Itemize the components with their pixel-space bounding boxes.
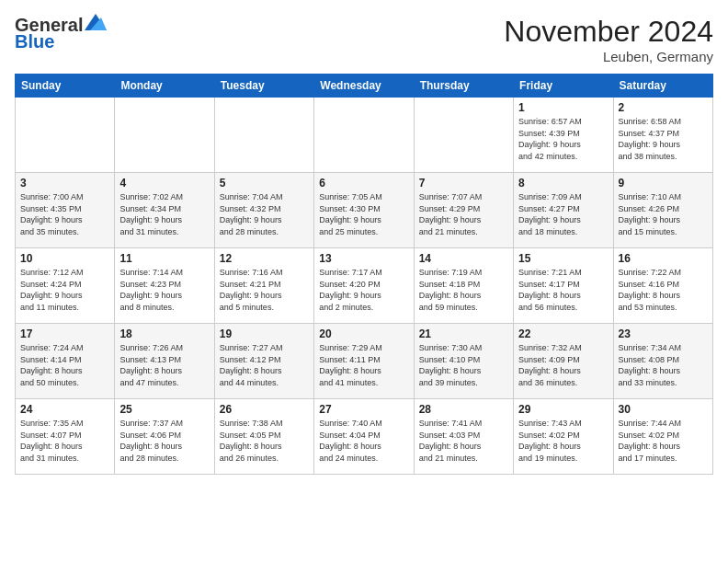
day-info: Sunrise: 7:24 AM Sunset: 4:14 PM Dayligh… [20,342,109,388]
day-info: Sunrise: 7:07 AM Sunset: 4:29 PM Dayligh… [419,191,508,237]
day-number: 22 [518,327,608,340]
day-number: 6 [319,177,408,190]
calendar-cell: 27Sunrise: 7:40 AM Sunset: 4:04 PM Dayli… [314,399,414,475]
day-info: Sunrise: 7:10 AM Sunset: 4:26 PM Dayligh… [619,191,708,237]
day-header-monday: Monday [115,75,214,98]
day-info: Sunrise: 7:30 AM Sunset: 4:10 PM Dayligh… [419,342,508,388]
day-number: 24 [20,403,109,416]
day-number: 18 [119,327,209,340]
day-info: Sunrise: 7:00 AM Sunset: 4:35 PM Dayligh… [20,191,109,237]
calendar-cell [414,98,513,173]
day-info: Sunrise: 6:57 AM Sunset: 4:39 PM Dayligh… [518,116,608,162]
day-number: 3 [20,177,109,190]
calendar-cell: 21Sunrise: 7:30 AM Sunset: 4:10 PM Dayli… [414,324,513,399]
day-number: 2 [619,101,708,114]
day-info: Sunrise: 7:35 AM Sunset: 4:07 PM Dayligh… [20,418,109,464]
day-number: 10 [20,252,109,265]
day-number: 23 [619,327,708,340]
day-info: Sunrise: 7:22 AM Sunset: 4:16 PM Dayligh… [619,267,708,313]
day-info: Sunrise: 7:05 AM Sunset: 4:30 PM Dayligh… [319,191,408,237]
day-header-thursday: Thursday [414,75,513,98]
calendar-cell [214,98,313,173]
calendar-cell: 9Sunrise: 7:10 AM Sunset: 4:26 PM Daylig… [613,173,712,248]
day-info: Sunrise: 7:14 AM Sunset: 4:23 PM Dayligh… [119,267,209,313]
day-info: Sunrise: 6:58 AM Sunset: 4:37 PM Dayligh… [619,116,708,162]
calendar-cell: 2Sunrise: 6:58 AM Sunset: 4:37 PM Daylig… [613,98,712,173]
day-info: Sunrise: 7:27 AM Sunset: 4:12 PM Dayligh… [220,342,309,388]
title-section: November 2024 Leuben, Germany [504,15,713,64]
day-header-tuesday: Tuesday [214,75,313,98]
calendar-cell: 1Sunrise: 6:57 AM Sunset: 4:39 PM Daylig… [514,98,613,173]
week-row-0: 1Sunrise: 6:57 AM Sunset: 4:39 PM Daylig… [16,98,713,173]
calendar-cell: 7Sunrise: 7:07 AM Sunset: 4:29 PM Daylig… [414,173,513,248]
day-number: 28 [419,403,508,416]
day-info: Sunrise: 7:43 AM Sunset: 4:02 PM Dayligh… [518,418,608,464]
calendar-cell: 22Sunrise: 7:32 AM Sunset: 4:09 PM Dayli… [514,324,613,399]
day-number: 9 [619,177,708,190]
day-number: 11 [119,252,209,265]
calendar-cell: 8Sunrise: 7:09 AM Sunset: 4:27 PM Daylig… [514,173,613,248]
calendar-cell: 24Sunrise: 7:35 AM Sunset: 4:07 PM Dayli… [16,399,115,475]
day-number: 8 [518,177,608,190]
day-number: 30 [619,403,708,416]
day-info: Sunrise: 7:26 AM Sunset: 4:13 PM Dayligh… [119,342,209,388]
calendar-cell: 26Sunrise: 7:38 AM Sunset: 4:05 PM Dayli… [214,399,313,475]
calendar-cell: 13Sunrise: 7:17 AM Sunset: 4:20 PM Dayli… [314,248,414,324]
day-number: 4 [119,177,209,190]
day-number: 15 [518,252,608,265]
day-info: Sunrise: 7:37 AM Sunset: 4:06 PM Dayligh… [119,418,209,464]
day-info: Sunrise: 7:16 AM Sunset: 4:21 PM Dayligh… [220,267,309,313]
day-info: Sunrise: 7:21 AM Sunset: 4:17 PM Dayligh… [518,267,608,313]
calendar-cell: 25Sunrise: 7:37 AM Sunset: 4:06 PM Dayli… [115,399,214,475]
calendar-cell: 3Sunrise: 7:00 AM Sunset: 4:35 PM Daylig… [16,173,115,248]
header: General Blue November 2024 Leuben, Germa… [15,15,713,64]
calendar-cell: 11Sunrise: 7:14 AM Sunset: 4:23 PM Dayli… [115,248,214,324]
calendar-cell: 19Sunrise: 7:27 AM Sunset: 4:12 PM Dayli… [214,324,313,399]
calendar-cell: 17Sunrise: 7:24 AM Sunset: 4:14 PM Dayli… [16,324,115,399]
day-number: 29 [518,403,608,416]
calendar-cell: 15Sunrise: 7:21 AM Sunset: 4:17 PM Dayli… [514,248,613,324]
month-title: November 2024 [504,15,713,49]
week-row-1: 3Sunrise: 7:00 AM Sunset: 4:35 PM Daylig… [16,173,713,248]
day-number: 26 [220,403,309,416]
calendar-table: SundayMondayTuesdayWednesdayThursdayFrid… [15,74,713,475]
day-number: 14 [419,252,508,265]
page: General Blue November 2024 Leuben, Germa… [0,0,728,482]
calendar-cell: 4Sunrise: 7:02 AM Sunset: 4:34 PM Daylig… [115,173,214,248]
calendar-cell: 28Sunrise: 7:41 AM Sunset: 4:03 PM Dayli… [414,399,513,475]
calendar-cell: 16Sunrise: 7:22 AM Sunset: 4:16 PM Dayli… [613,248,712,324]
day-header-saturday: Saturday [613,75,712,98]
day-info: Sunrise: 7:44 AM Sunset: 4:02 PM Dayligh… [619,418,708,464]
calendar-cell [16,98,115,173]
calendar-cell: 6Sunrise: 7:05 AM Sunset: 4:30 PM Daylig… [314,173,414,248]
day-header-sunday: Sunday [16,75,115,98]
calendar-cell: 12Sunrise: 7:16 AM Sunset: 4:21 PM Dayli… [214,248,313,324]
day-info: Sunrise: 7:41 AM Sunset: 4:03 PM Dayligh… [419,418,508,464]
calendar-cell: 14Sunrise: 7:19 AM Sunset: 4:18 PM Dayli… [414,248,513,324]
day-info: Sunrise: 7:04 AM Sunset: 4:32 PM Dayligh… [220,191,309,237]
day-number: 13 [319,252,408,265]
day-header-wednesday: Wednesday [314,75,414,98]
logo-icon [85,12,107,34]
day-number: 5 [220,177,309,190]
day-number: 27 [319,403,408,416]
day-number: 20 [319,327,408,340]
week-row-4: 24Sunrise: 7:35 AM Sunset: 4:07 PM Dayli… [16,399,713,475]
day-info: Sunrise: 7:12 AM Sunset: 4:24 PM Dayligh… [20,267,109,313]
calendar-cell: 29Sunrise: 7:43 AM Sunset: 4:02 PM Dayli… [514,399,613,475]
calendar-cell: 5Sunrise: 7:04 AM Sunset: 4:32 PM Daylig… [214,173,313,248]
day-number: 7 [419,177,508,190]
calendar-cell [314,98,414,173]
calendar-cell [115,98,214,173]
day-info: Sunrise: 7:09 AM Sunset: 4:27 PM Dayligh… [518,191,608,237]
day-number: 17 [20,327,109,340]
day-info: Sunrise: 7:17 AM Sunset: 4:20 PM Dayligh… [319,267,408,313]
calendar-cell: 23Sunrise: 7:34 AM Sunset: 4:08 PM Dayli… [613,324,712,399]
day-number: 21 [419,327,508,340]
calendar-cell: 30Sunrise: 7:44 AM Sunset: 4:02 PM Dayli… [613,399,712,475]
day-info: Sunrise: 7:32 AM Sunset: 4:09 PM Dayligh… [518,342,608,388]
day-number: 16 [619,252,708,265]
calendar-cell: 20Sunrise: 7:29 AM Sunset: 4:11 PM Dayli… [314,324,414,399]
logo: General Blue [15,15,107,52]
day-header-friday: Friday [514,75,613,98]
